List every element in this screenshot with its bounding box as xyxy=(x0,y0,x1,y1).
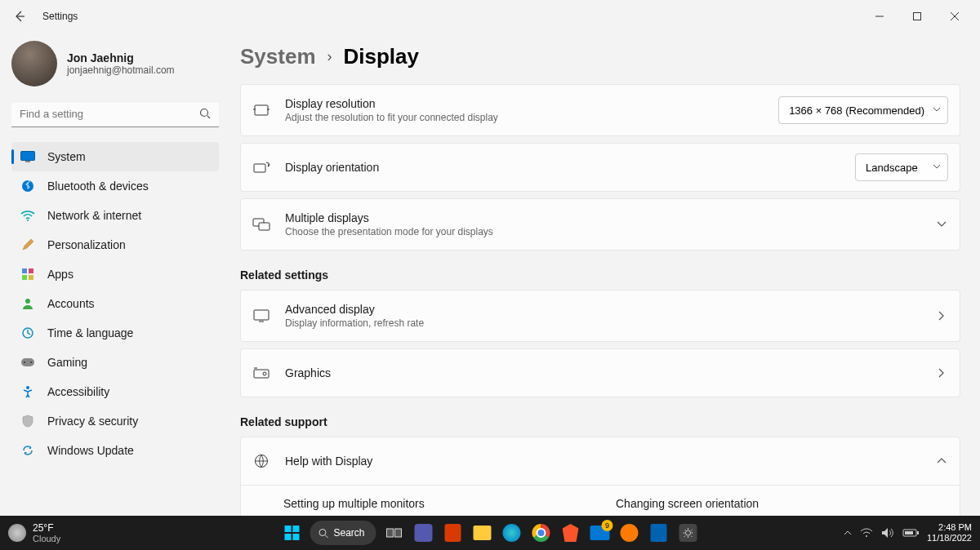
app-button-1[interactable] xyxy=(618,521,641,544)
nav-update[interactable]: Windows Update xyxy=(11,436,219,465)
clock[interactable]: 2:48 PM 11/18/2022 xyxy=(927,522,972,543)
card-help-display[interactable]: Help with Display xyxy=(240,437,960,486)
dropdown-value: 1366 × 768 (Recommended) xyxy=(789,104,924,117)
search-input[interactable] xyxy=(11,101,219,127)
system-tray: 2:48 PM 11/18/2022 xyxy=(844,522,972,543)
tray-wifi-icon[interactable] xyxy=(860,528,873,538)
nav-personalization[interactable]: Personalization xyxy=(11,230,219,259)
minimize-icon xyxy=(875,11,884,21)
svg-rect-2 xyxy=(21,152,35,161)
user-name: Jon Jaehnig xyxy=(67,51,175,64)
close-icon xyxy=(950,11,960,21)
nav-label: Personalization xyxy=(47,238,126,251)
card-title: Advanced display xyxy=(285,303,935,316)
svg-rect-29 xyxy=(387,529,394,537)
task-view-button[interactable] xyxy=(383,521,406,544)
taskbar-search[interactable]: Search xyxy=(310,521,376,545)
user-email: jonjaehnig@hotmail.com xyxy=(67,64,175,76)
calculator-icon xyxy=(651,524,667,542)
nav-gaming[interactable]: Gaming xyxy=(11,348,219,377)
card-title: Help with Display xyxy=(285,455,935,468)
nav-time[interactable]: Time & language xyxy=(11,318,219,348)
tray-battery-icon[interactable] xyxy=(902,528,919,538)
chrome-icon xyxy=(532,524,550,542)
orientation-dropdown[interactable]: Landscape xyxy=(855,153,948,181)
help-link[interactable]: Changing screen orientation xyxy=(616,497,948,510)
maximize-button[interactable] xyxy=(898,3,936,29)
nav-system[interactable]: System xyxy=(11,142,219,171)
section-related-support: Related support xyxy=(240,415,960,428)
globe-clock-icon xyxy=(20,325,36,341)
nav-bluetooth[interactable]: Bluetooth & devices xyxy=(11,171,219,201)
orientation-icon xyxy=(252,158,270,176)
svg-point-15 xyxy=(26,386,29,389)
nav-label: Accounts xyxy=(47,297,95,310)
user-block[interactable]: Jon Jaehnig jonjaehnig@hotmail.com xyxy=(11,41,219,86)
help-links: Setting up multiple monitors Changing sc… xyxy=(240,486,960,516)
minimize-button[interactable] xyxy=(861,3,898,29)
mail-button[interactable]: 9 xyxy=(589,521,612,544)
settings-button[interactable] xyxy=(677,521,700,544)
content: System › Display Display resolution Adju… xyxy=(229,33,980,516)
resolution-icon xyxy=(252,101,270,119)
titlebar: Settings xyxy=(0,0,980,33)
nav-accessibility[interactable]: Accessibility xyxy=(11,377,219,406)
app-title: Settings xyxy=(42,11,78,22)
back-button[interactable] xyxy=(7,3,33,29)
nav-privacy[interactable]: Privacy & security xyxy=(11,406,219,436)
update-icon xyxy=(20,442,36,459)
card-advanced-display[interactable]: Advanced display Display information, re… xyxy=(240,290,960,342)
start-button[interactable] xyxy=(280,521,303,544)
close-button[interactable] xyxy=(936,3,973,29)
search-box[interactable] xyxy=(11,101,219,127)
svg-rect-27 xyxy=(292,534,299,540)
nav-accounts[interactable]: Accounts xyxy=(11,289,219,318)
app-icon xyxy=(621,524,639,542)
svg-point-22 xyxy=(263,372,266,375)
tray-volume-icon[interactable] xyxy=(881,527,894,539)
svg-rect-17 xyxy=(254,164,265,172)
svg-rect-7 xyxy=(29,268,33,273)
nav-label: Bluetooth & devices xyxy=(47,180,149,193)
maximize-icon xyxy=(912,11,922,21)
teams-button[interactable] xyxy=(412,521,435,544)
card-multiple-displays[interactable]: Multiple displays Choose the presentatio… xyxy=(240,198,960,251)
edge-button[interactable] xyxy=(501,521,523,544)
resolution-dropdown[interactable]: 1366 × 768 (Recommended) xyxy=(778,96,948,124)
chrome-button[interactable] xyxy=(530,521,553,544)
chevron-up-icon xyxy=(935,455,948,468)
office-button[interactable] xyxy=(442,521,465,544)
card-title: Display orientation xyxy=(285,161,855,174)
svg-point-10 xyxy=(25,299,30,304)
card-subtitle: Choose the presentation mode for your di… xyxy=(285,226,935,237)
svg-rect-16 xyxy=(255,105,268,115)
card-display-resolution[interactable]: Display resolution Adjust the resolution… xyxy=(240,84,960,136)
help-globe-icon xyxy=(252,452,270,470)
card-title: Display resolution xyxy=(285,97,778,110)
card-display-orientation[interactable]: Display orientation Landscape xyxy=(240,143,960,192)
brave-button[interactable] xyxy=(559,521,582,544)
explorer-button[interactable] xyxy=(471,521,494,544)
nav-label: Privacy & security xyxy=(47,415,138,428)
svg-rect-24 xyxy=(284,526,291,532)
svg-rect-9 xyxy=(29,275,33,280)
sidebar: Jon Jaehnig jonjaehnig@hotmail.com Syste… xyxy=(0,33,229,516)
weather-text: Cloudy xyxy=(33,534,60,543)
svg-point-14 xyxy=(30,361,32,363)
card-graphics[interactable]: Graphics xyxy=(240,348,960,397)
nav-label: Windows Update xyxy=(47,444,134,457)
weather-widget[interactable]: 25°F Cloudy xyxy=(8,522,60,543)
help-link[interactable]: Setting up multiple monitors xyxy=(283,497,616,510)
date: 11/18/2022 xyxy=(927,533,972,543)
weather-temp: 25°F xyxy=(33,522,60,534)
tray-chevron-icon[interactable] xyxy=(844,530,852,536)
calculator-button[interactable] xyxy=(648,521,670,544)
svg-rect-6 xyxy=(22,268,27,273)
nav-apps[interactable]: Apps xyxy=(11,259,219,289)
windows-icon xyxy=(283,525,300,541)
breadcrumb-parent[interactable]: System xyxy=(240,44,316,69)
time: 2:48 PM xyxy=(927,522,972,533)
svg-point-1 xyxy=(201,109,208,117)
nav-label: Accessibility xyxy=(47,385,109,398)
nav-network[interactable]: Network & internet xyxy=(11,201,219,230)
